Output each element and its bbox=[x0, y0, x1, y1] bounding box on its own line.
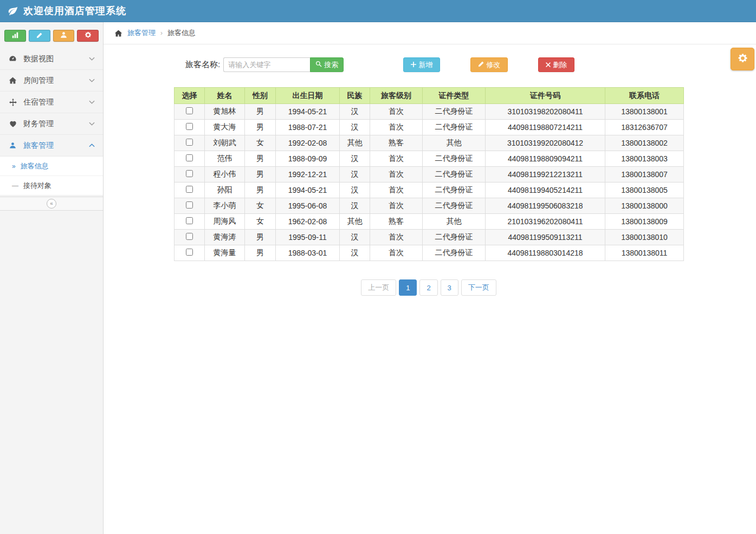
gears-quick-button[interactable] bbox=[77, 30, 99, 42]
pagination-page-3[interactable]: 3 bbox=[441, 279, 458, 296]
row-checkbox[interactable] bbox=[186, 233, 193, 240]
column-header: 选择 bbox=[175, 88, 205, 104]
angle-right-icon: » bbox=[12, 162, 16, 170]
delete-button[interactable]: 删除 bbox=[538, 57, 574, 72]
row-checkbox[interactable] bbox=[186, 123, 193, 130]
sidebar-submenu: »旅客信息—接待对象 bbox=[0, 157, 103, 196]
sidebar-item-room[interactable]: 房间管理 bbox=[0, 70, 103, 92]
row-checkbox[interactable] bbox=[186, 154, 193, 161]
cell-birth: 1992-12-21 bbox=[276, 167, 340, 183]
sidebar-subitem-guest-info[interactable]: »旅客信息 bbox=[0, 157, 103, 176]
breadcrumb-current: 旅客信息 bbox=[167, 28, 196, 38]
chevron-up-icon bbox=[89, 144, 95, 147]
pagination-page-2[interactable]: 2 bbox=[419, 279, 437, 296]
cell-name: 李小萌 bbox=[205, 198, 245, 214]
edit-button[interactable]: 修改 bbox=[470, 57, 508, 72]
plus-icon bbox=[411, 61, 416, 69]
cell-level: 首次 bbox=[370, 104, 423, 120]
sidebar-quick-buttons bbox=[0, 22, 103, 48]
cell-birth: 1988-09-09 bbox=[276, 151, 340, 167]
sidebar-menu: 数据视图房间管理住宿管理财务管理旅客管理»旅客信息—接待对象 bbox=[0, 48, 103, 196]
sidebar: 数据视图房间管理住宿管理财务管理旅客管理»旅客信息—接待对象 « bbox=[0, 22, 104, 534]
cell-id_type: 其他 bbox=[423, 214, 486, 230]
sidebar-item-data-view[interactable]: 数据视图 bbox=[0, 48, 103, 70]
search-input[interactable] bbox=[223, 57, 310, 72]
cell-name: 刘朝武 bbox=[205, 135, 245, 151]
chevron-down-icon bbox=[89, 57, 95, 61]
home-icon bbox=[8, 76, 17, 84]
row-checkbox[interactable] bbox=[186, 201, 193, 209]
table-row: 黄大海男1988-07-21汉首次二代身份证440981198807214211… bbox=[175, 120, 684, 135]
cell-id_type: 二代身份证 bbox=[423, 198, 486, 214]
cell-id_number: 310103198202080411 bbox=[486, 104, 605, 120]
settings-gear-button[interactable] bbox=[731, 48, 754, 70]
row-checkbox[interactable] bbox=[186, 107, 193, 114]
x-icon bbox=[546, 61, 551, 69]
cell-level: 首次 bbox=[370, 198, 423, 214]
heart-icon bbox=[8, 120, 17, 128]
cell-name: 黄海涛 bbox=[205, 230, 245, 245]
cell-phone: 13800138001 bbox=[605, 104, 684, 120]
row-checkbox[interactable] bbox=[186, 217, 193, 224]
chart-quick-button[interactable] bbox=[4, 30, 26, 42]
cell-phone: 13800138007 bbox=[605, 167, 684, 183]
table-row: 程小伟男1992-12-21汉首次二代身份证440981199212213211… bbox=[175, 167, 684, 183]
cell-level: 熟客 bbox=[370, 214, 423, 230]
cell-ethnicity: 汉 bbox=[340, 245, 370, 261]
row-checkbox[interactable] bbox=[186, 186, 193, 193]
sidebar-item-label: 住宿管理 bbox=[23, 97, 54, 107]
bar-chart-icon bbox=[12, 31, 18, 40]
search-button[interactable]: 搜索 bbox=[310, 57, 344, 72]
pagination-pages: 123 bbox=[399, 279, 458, 296]
cell-gender: 女 bbox=[245, 135, 276, 151]
chevron-down-icon bbox=[89, 100, 95, 104]
cell-birth: 1995-09-11 bbox=[276, 230, 340, 245]
gears-icon bbox=[85, 31, 92, 40]
pencil-icon bbox=[36, 31, 42, 40]
sidebar-item-lodging[interactable]: 住宿管理 bbox=[0, 92, 103, 113]
pagination-next[interactable]: 下一页 bbox=[461, 279, 496, 296]
pencil-quick-button[interactable] bbox=[29, 30, 50, 42]
cell-ethnicity: 汉 bbox=[340, 167, 370, 183]
breadcrumb-separator: › bbox=[160, 29, 163, 37]
delete-button-label: 删除 bbox=[553, 60, 567, 70]
cell-ethnicity: 汉 bbox=[340, 104, 370, 120]
cell-phone: 18312636707 bbox=[605, 120, 684, 135]
pagination-page-1[interactable]: 1 bbox=[399, 279, 417, 296]
breadcrumb-section[interactable]: 旅客管理 bbox=[127, 28, 156, 38]
guest-table: 选择姓名性别出生日期民族旅客级别证件类型证件号码联系电话 黄旭林男1994-05… bbox=[174, 87, 684, 261]
cell-phone: 13800138009 bbox=[605, 214, 684, 230]
table-row: 周海风女1962-02-08其他熟客其他21010319620208041113… bbox=[175, 214, 684, 230]
cell-gender: 男 bbox=[245, 151, 276, 167]
cell-id_number: 440981199509113211 bbox=[486, 230, 605, 245]
sidebar-subitem-reception[interactable]: —接待对象 bbox=[0, 176, 103, 196]
row-checkbox[interactable] bbox=[186, 170, 193, 177]
cell-id_number: 210103196202080411 bbox=[486, 214, 605, 230]
sidebar-item-guest[interactable]: 旅客管理 bbox=[0, 135, 103, 157]
cell-phone: 13800138011 bbox=[605, 245, 684, 261]
cell-gender: 男 bbox=[245, 104, 276, 120]
sidebar-item-finance[interactable]: 财务管理 bbox=[0, 113, 103, 135]
cell-birth: 1988-03-01 bbox=[276, 245, 340, 261]
column-header: 民族 bbox=[340, 88, 370, 104]
cell-id_number: 310103199202080412 bbox=[486, 135, 605, 151]
user-quick-button[interactable] bbox=[53, 30, 75, 42]
cell-name: 范伟 bbox=[205, 151, 245, 167]
cell-level: 首次 bbox=[370, 183, 423, 198]
column-header: 旅客级别 bbox=[370, 88, 423, 104]
table-row: 范伟男1988-09-09汉首次二代身份证4409811988090942111… bbox=[175, 151, 684, 167]
sidebar-collapse-button[interactable]: « bbox=[47, 199, 56, 209]
row-checkbox[interactable] bbox=[186, 139, 193, 146]
cell-birth: 1992-02-08 bbox=[276, 135, 340, 151]
pagination-prev[interactable]: 上一页 bbox=[361, 279, 396, 296]
add-button[interactable]: 新增 bbox=[403, 57, 440, 72]
dashboard-icon bbox=[8, 55, 17, 63]
dash-icon: — bbox=[12, 182, 18, 190]
cell-level: 首次 bbox=[370, 120, 423, 135]
cell-select bbox=[175, 151, 205, 167]
home-icon[interactable] bbox=[114, 29, 122, 37]
row-checkbox[interactable] bbox=[186, 249, 193, 256]
table-header-row: 选择姓名性别出生日期民族旅客级别证件类型证件号码联系电话 bbox=[175, 88, 684, 104]
cell-birth: 1994-05-21 bbox=[276, 183, 340, 198]
gear-icon bbox=[738, 53, 748, 65]
